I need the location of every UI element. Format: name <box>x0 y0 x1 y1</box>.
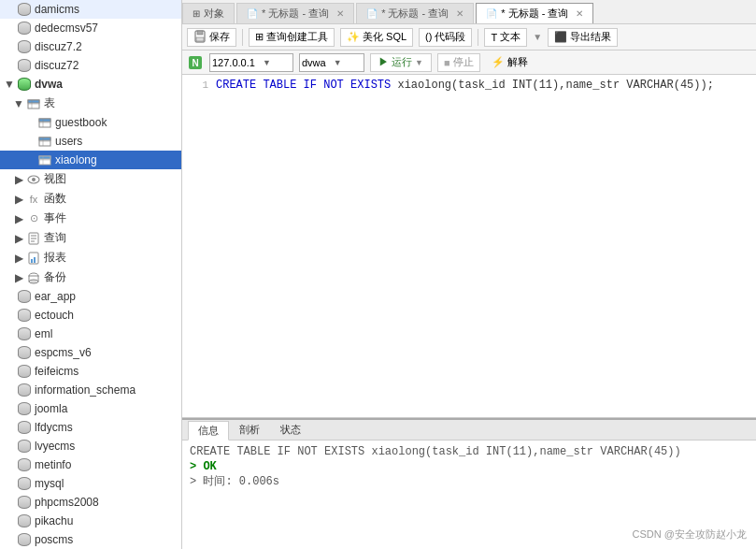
tab-close-2[interactable]: ✕ <box>456 8 464 19</box>
svg-point-27 <box>29 280 38 283</box>
code-label: () 代码段 <box>425 30 465 44</box>
tab-bar: ⊞ 对象 📄 * 无标题 - 查询 ✕ 📄 * 无标题 - 查询 ✕ 📄 * 无… <box>182 0 756 24</box>
sidebar-label: poscms <box>35 533 73 546</box>
sidebar-label: xiaolong <box>55 153 97 166</box>
sidebar-item-feifeicms[interactable]: feifeicms <box>0 362 181 381</box>
run-label: ▶ 运行 <box>378 55 412 69</box>
sidebar-label: guestbook <box>55 116 107 129</box>
sidebar-item-discuz72a[interactable]: discuz7.2 <box>0 37 181 56</box>
sidebar-label: 报表 <box>44 250 66 266</box>
sidebar-label: users <box>55 135 82 148</box>
export-button[interactable]: ⬛ 导出结果 <box>548 28 618 47</box>
toolbar: 保存 ⊞ 查询创建工具 ✨ 美化 SQL () 代码段 T 文本 ▼ ⬛ 导出结… <box>182 24 756 51</box>
sidebar-label: damicms <box>35 3 79 16</box>
query-builder-button[interactable]: ⊞ 查询创建工具 <box>249 28 335 47</box>
sidebar-item-ectouch[interactable]: ectouch <box>0 306 181 325</box>
sidebar-item-phpcms2008[interactable]: phpcms2008 <box>0 493 181 512</box>
sidebar-item-events[interactable]: ▶ ⊙ 事件 <box>0 209 181 228</box>
sidebar-item-joomla[interactable]: joomla <box>0 399 181 418</box>
db-icon <box>17 383 32 397</box>
sidebar-item-mysql[interactable]: mysql <box>0 474 181 493</box>
sidebar-item-dedecmsv57[interactable]: dedecmsv57 <box>0 19 181 37</box>
main-panel: ⊞ 对象 📄 * 无标题 - 查询 ✕ 📄 * 无标题 - 查询 ✕ 📄 * 无… <box>182 0 756 549</box>
explain-button[interactable]: ⚡ 解释 <box>486 53 534 72</box>
tab-query2-icon: 📄 <box>366 8 378 19</box>
sidebar-item-lfdycms[interactable]: lfdycms <box>0 418 181 437</box>
sidebar-item-guestbook[interactable]: guestbook <box>0 113 181 132</box>
host-select[interactable]: 127.0.0.1 ▼ <box>209 53 293 72</box>
svg-rect-1 <box>28 100 39 103</box>
sidebar-item-dvwa[interactable]: ▼ dvwa <box>0 75 181 94</box>
sidebar-item-reports[interactable]: ▶ 报表 <box>0 248 181 267</box>
sidebar-item-pikachu[interactable]: pikachu <box>0 512 181 530</box>
sidebar-item-lvyecms[interactable]: lvyecms <box>0 437 181 455</box>
result-tab-bar: 信息 剖析 状态 <box>182 420 756 441</box>
text-button[interactable]: T 文本 <box>484 28 527 47</box>
sidebar-item-tables-folder[interactable]: ▼ 表 <box>0 94 181 113</box>
sidebar-label: lvyecms <box>35 440 75 453</box>
beautify-button[interactable]: ✨ 美化 SQL <box>340 28 413 47</box>
sql-line-1: 1 CREATE TABLE IF NOT EXISTS xiaolong(ta… <box>186 79 752 92</box>
expand-icon: ▼ <box>4 78 15 91</box>
table-folder-icon <box>26 96 41 111</box>
sidebar-item-users[interactable]: users <box>0 132 181 151</box>
database-select[interactable]: dvwa ▼ <box>299 53 364 72</box>
sidebar-label: 事件 <box>44 210 66 226</box>
sidebar-label: discuz72 <box>35 59 78 72</box>
db-icon <box>17 345 32 360</box>
save-button[interactable]: 保存 <box>187 28 236 47</box>
sidebar-item-eml[interactable]: eml <box>0 325 181 343</box>
svg-rect-13 <box>39 156 50 159</box>
beautify-label: 美化 SQL <box>363 30 407 44</box>
sidebar-item-discuz72b[interactable]: discuz72 <box>0 56 181 75</box>
tab-query2[interactable]: 📄 * 无标题 - 查询 ✕ <box>356 3 474 23</box>
sidebar-label: pikachu <box>35 514 73 527</box>
tab-query2-label: * 无标题 - 查询 <box>381 7 449 21</box>
navicat-icon: N <box>187 54 204 71</box>
expand-icon: ▶ <box>13 212 24 225</box>
result-tab-profile-label: 剖析 <box>239 424 260 435</box>
svg-rect-9 <box>39 137 50 140</box>
sidebar-label: lfdycms <box>35 421 73 434</box>
toolbar-sep1 <box>242 29 243 46</box>
db-icon <box>17 326 32 341</box>
tab-query1-label: * 无标题 - 查询 <box>262 7 329 21</box>
result-tab-profile[interactable]: 剖析 <box>229 420 270 440</box>
sql-keyword-create: CREATE TABLE IF NOT EXISTS <box>216 79 397 92</box>
db-dropdown-icon: ▼ <box>334 58 342 67</box>
code-button[interactable]: () 代码段 <box>419 28 472 47</box>
sidebar-item-information-schema[interactable]: information_schema <box>0 381 181 399</box>
sidebar-item-ear-app[interactable]: ear_app <box>0 287 181 306</box>
run-button[interactable]: ▶ 运行 ▼ <box>370 53 432 72</box>
explain-icon: ⚡ <box>492 56 505 68</box>
line-number-1: 1 <box>186 79 208 91</box>
tab-query3[interactable]: 📄 * 无标题 - 查询 ✕ <box>476 3 593 23</box>
queries-icon <box>26 231 41 246</box>
db-icon <box>17 420 32 435</box>
sidebar-item-poscms[interactable]: poscms <box>0 530 181 549</box>
stop-button[interactable]: ■ 停止 <box>437 53 480 72</box>
sidebar-item-backup[interactable]: ▶ 备份 <box>0 267 181 287</box>
sidebar-item-views[interactable]: ▶ 视图 <box>0 169 181 189</box>
db-icon <box>17 401 32 416</box>
sql-editor[interactable]: 1 CREATE TABLE IF NOT EXISTS xiaolong(ta… <box>182 75 756 418</box>
db-icon <box>17 58 32 73</box>
sidebar-item-queries[interactable]: ▶ 查询 <box>0 228 181 248</box>
tab-object[interactable]: ⊞ 对象 <box>182 3 235 23</box>
tab-close-1[interactable]: ✕ <box>336 8 344 19</box>
toolbar-arrow: ▼ <box>533 32 542 42</box>
db-icon <box>17 364 32 379</box>
result-tab-info[interactable]: 信息 <box>188 421 229 441</box>
result-tab-status[interactable]: 状态 <box>270 420 311 440</box>
query-builder-label: 查询创建工具 <box>266 30 328 44</box>
sidebar-item-espcms[interactable]: espcms_v6 <box>0 343 181 362</box>
sidebar-item-damicms[interactable]: damicms <box>0 0 181 19</box>
sidebar-item-funcs[interactable]: ▶ fx 函数 <box>0 189 181 209</box>
tab-close-3[interactable]: ✕ <box>576 8 583 19</box>
sidebar-item-xiaolong[interactable]: xiaolong <box>0 151 181 169</box>
tab-query1[interactable]: 📄 * 无标题 - 查询 ✕ <box>236 3 354 23</box>
db-icon <box>17 439 32 454</box>
result-sql-text: CREATE TABLE IF NOT EXISTS xiaolong(task… <box>190 445 749 458</box>
sidebar-item-metinfo[interactable]: metinfo <box>0 455 181 474</box>
sidebar-tree: damicms dedecmsv57 discuz7.2 discuz72 ▼ … <box>0 0 181 549</box>
